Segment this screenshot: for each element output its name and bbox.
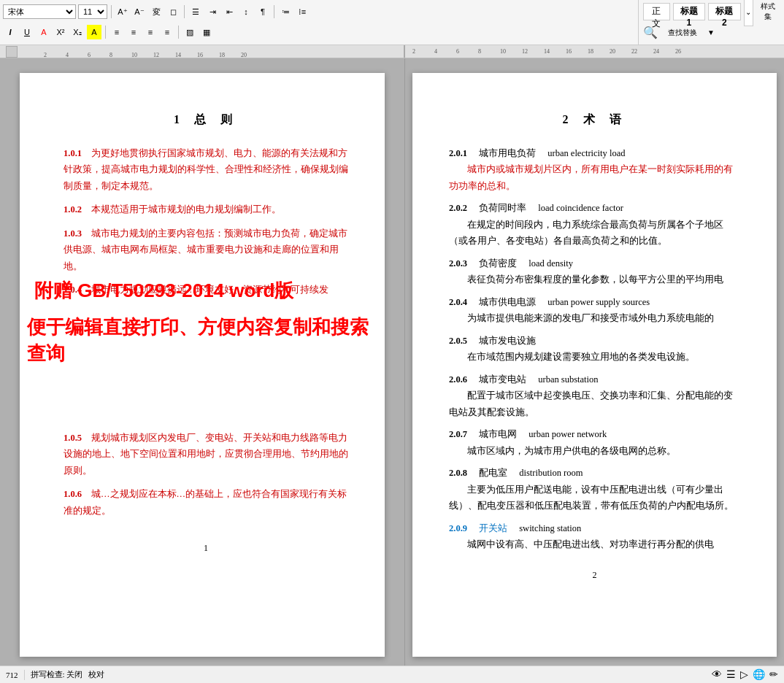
spell-check-status: 拼写检查: 关闭 (31, 669, 83, 680)
proofread-btn[interactable]: 校对 (88, 669, 104, 680)
toolbar: 宋体 11 A⁺ A⁻ 変 ◻ ☰ ⇥ ⇤ ↕ ¶ ≔ ⁞≡ I U A X² (0, 0, 784, 45)
toolbar-divider-1 (111, 5, 112, 18)
ruler-left: 2 4 6 8 10 12 14 16 18 20 (0, 45, 405, 58)
statusbar-sep-1 (24, 670, 25, 680)
font-size-select[interactable]: 11 (78, 4, 107, 19)
section-1-0-5: 1.0.5 规划城市规划区内发电厂、变电站、开关站和电力线路等电力设施的地上、地… (64, 430, 348, 479)
view-outline-icon[interactable]: ☰ (726, 668, 736, 681)
align-left-btn[interactable]: ≡ (109, 25, 124, 39)
term-desc-2-0-3: 表征负荷分布密集程度的量化参数，以每平方公里的平均用电 (449, 271, 740, 288)
grow-font-btn[interactable]: A⁺ (115, 4, 130, 19)
style-heading2-btn[interactable]: 标题 2 (708, 3, 740, 20)
styles-panel: 正文 标题 1 标题 2 ⌄ 样式集 (643, 1, 780, 23)
style-normal-btn[interactable]: 正文 (643, 3, 670, 20)
format-row: I U A X² X₂ A ≡ ≡ ≡ ≡ ▨ ▦ (3, 22, 635, 42)
term-cn-2-0-1: 城市用电负荷 (479, 148, 536, 158)
style-set-btn[interactable]: 样式集 (756, 4, 780, 19)
term-en-2-0-3: load density (529, 258, 573, 269)
subscript-btn[interactable]: X₂ (70, 25, 85, 39)
toolbar-divider-2 (184, 5, 185, 18)
term-header-2-0-5: 2.0.5 城市发电设施 (449, 333, 740, 350)
term-id-2-0-4: 2.0.4 (449, 297, 477, 307)
document-area: 1 总 则 1.0.1 为更好地贯彻执行国家城市规划、电力、能源的有关法规和方针… (0, 58, 784, 665)
search-icon: 🔍 (643, 26, 658, 39)
term-header-2-0-2: 2.0.2 负荷同时率 load coincidence factor (449, 200, 740, 217)
term-2-0-7: 2.0.7 城市电网 urban power network 城市区域内，为城市… (449, 426, 740, 459)
left-page[interactable]: 1 总 则 1.0.1 为更好地贯彻执行国家城市规划、电力、能源的有关法规和方针… (20, 73, 385, 657)
term-2-0-4: 2.0.4 城市供电电源 urban power supply sources … (449, 294, 740, 327)
section-text-1-0-6: 城…之规划应在本标…的基础上，应也符合有国家现行有关标准的规定。 (64, 489, 347, 516)
align-right-btn[interactable]: ≡ (143, 25, 158, 39)
term-header-2-0-4: 2.0.4 城市供电电源 urban power supply sources (449, 294, 740, 311)
section-text-1-0-1: 为更好地贯彻执行国家城市规划、电力、能源的有关法规和方针政策，提高城市电力规划的… (64, 148, 348, 191)
right-page-number: 2 (449, 568, 740, 584)
left-page-container: 1 总 则 1.0.1 为更好地贯彻执行国家城市规划、电力、能源的有关法规和方针… (0, 58, 405, 665)
font-name-select[interactable]: 宋体 (3, 4, 76, 19)
shrink-font-btn[interactable]: A⁻ (132, 4, 147, 19)
term-2-0-8: 2.0.8 配电室 distribution room 主要为低压用户配送电能，… (449, 465, 740, 514)
section-text-1-0-5: 规划城市规划区内发电厂、变电站、开关站和电力线路等电力设施的地上、地下空间位置和… (64, 433, 348, 476)
term-id-2-0-2: 2.0.2 (449, 203, 477, 213)
superscript-btn[interactable]: X² (53, 25, 68, 39)
justify-btn[interactable]: ≡ (160, 25, 174, 39)
indent-decrease-btn[interactable]: ⇤ (222, 4, 237, 19)
view-web-icon[interactable]: ▷ (740, 668, 748, 681)
term-header-2-0-7: 2.0.7 城市电网 urban power network (449, 426, 740, 443)
term-2-0-1: 2.0.1 城市用电负荷 urban electricity load 城市内或… (449, 145, 740, 195)
section-1-0-3: 1.0.3 城市电力规划的主要内容包括：预测城市电力负荷，确定城市供电源、城市电… (64, 225, 348, 275)
term-en-2-0-1: urban electricity load (547, 148, 625, 158)
term-2-0-2: 2.0.2 负荷同时率 load coincidence factor 在规定的… (449, 200, 740, 250)
sort-btn[interactable]: ↕ (239, 4, 253, 19)
term-desc-2-0-2: 在规定的时间段内，电力系统综合最高负荷与所属各个子地区（或各用户、各变电站）各自… (449, 217, 740, 250)
term-2-0-6: 2.0.6 城市变电站 urban substation 配置于城市区域中起变换… (449, 371, 740, 421)
term-en-2-0-8: distribution room (519, 468, 583, 478)
clear-format-btn[interactable]: ◻ (166, 4, 180, 19)
section-text-1-0-3: 城市电力规划的主要内容包括：预测城市电力负荷，确定城市供电源、城市电网布局框架、… (64, 228, 347, 271)
right-page[interactable]: 2 术 语 2.0.1 城市用电负荷 urban electricity loa… (412, 73, 777, 657)
globe-icon[interactable]: 🌐 (753, 668, 765, 681)
section-text-1-0-2: 本规范适用于城市规划的电力规划编制工作。 (91, 204, 281, 215)
section-1-0-6: 1.0.6 城…之规划应在本标…的基础上，应也符合有国家现行有关标准的规定。 (64, 486, 348, 519)
term-header-2-0-9: 2.0.9 开关站 switching station (449, 520, 740, 537)
term-2-0-5: 2.0.5 城市发电设施 在市域范围内规划建设需要独立用地的各类发电设施。 (449, 333, 740, 366)
term-en-2-0-9: switching station (519, 523, 581, 533)
term-en-2-0-4: urban power supply sources (547, 297, 650, 307)
font-color-btn[interactable]: A (36, 25, 51, 39)
numbering-btn[interactable]: ⁞≡ (295, 4, 310, 19)
find-replace-btn[interactable]: 查找替换 (661, 26, 704, 40)
section-id-1-0-5: 1.0.5 (64, 433, 91, 443)
section-id-1-0-1: 1.0.1 (64, 148, 91, 158)
term-cn-2-0-4: 城市供电电源 (479, 297, 536, 307)
show-hide-btn[interactable]: ¶ (255, 4, 270, 19)
term-cn-2-0-2: 负荷同时率 (479, 203, 526, 213)
line-spacing-btn[interactable]: ☰ (188, 4, 203, 19)
ruler-right: 2 4 6 8 10 12 14 16 18 20 22 24 26 (405, 45, 784, 58)
indent-increase-btn[interactable]: ⇥ (205, 4, 220, 19)
term-desc-2-0-9: 城网中设有高、中压配电进出线、对功率进行再分配的供电 (449, 536, 740, 553)
statusbar-right: 👁 ☰ ▷ 🌐 ✏ (712, 668, 778, 681)
term-cn-2-0-5: 城市发电设施 (479, 336, 536, 346)
term-desc-2-0-5: 在市域范围内规划建设需要独立用地的各类发电设施。 (449, 349, 740, 366)
align-center-btn[interactable]: ≡ (126, 25, 141, 39)
highlight-btn[interactable]: A (87, 25, 101, 39)
term-header-2-0-8: 2.0.8 配电室 distribution room (449, 465, 740, 482)
term-desc-2-0-4: 为城市提供电能来源的发电厂和接受市域外电力系统电能的 (449, 310, 740, 327)
italic-btn[interactable]: I (3, 25, 18, 39)
toolbar-divider-4 (105, 26, 106, 39)
underline-btn[interactable]: U (20, 25, 34, 39)
view-print-icon[interactable]: 👁 (712, 669, 722, 681)
term-en-2-0-7: urban power network (529, 429, 607, 439)
term-en-2-0-6: urban substation (538, 374, 598, 385)
change-case-btn[interactable]: 変 (149, 4, 164, 19)
font-row: 宋体 11 A⁺ A⁻ 変 ◻ ☰ ⇥ ⇤ ↕ ¶ ≔ ⁞≡ (3, 1, 635, 22)
term-id-2-0-8: 2.0.8 (449, 468, 477, 478)
bullets-btn[interactable]: ≔ (278, 4, 293, 19)
indent-marker-left[interactable] (6, 46, 18, 58)
ruler: 2 4 6 8 10 12 14 16 18 20 2 4 6 8 10 12 … (0, 45, 784, 58)
style-heading1-btn[interactable]: 标题 1 (673, 3, 705, 20)
edit-icon[interactable]: ✏ (769, 668, 778, 681)
find-row: 🔍 查找替换 ▼ (643, 23, 780, 44)
shading-btn[interactable]: ▨ (182, 25, 197, 39)
border-btn[interactable]: ▦ (199, 25, 214, 39)
right-page-container: 2 术 语 2.0.1 城市用电负荷 urban electricity loa… (405, 58, 784, 665)
